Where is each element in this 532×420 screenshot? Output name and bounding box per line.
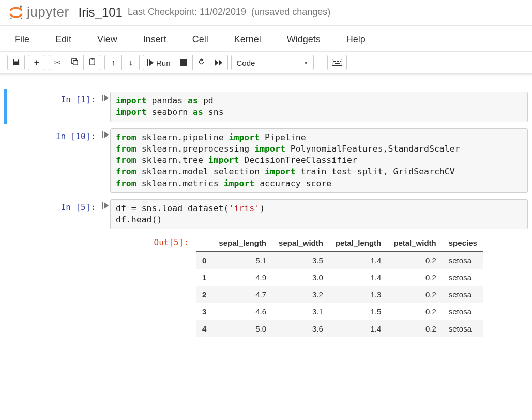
menubar: FileEditViewInsertCellKernelWidgetsHelp bbox=[0, 26, 532, 52]
table-cell: setosa bbox=[443, 286, 483, 303]
code-cell[interactable]: In [5]:df = sns.load_dataset('iris') df.… bbox=[4, 197, 528, 340]
svg-rect-14 bbox=[335, 61, 336, 62]
arrow-down-icon: ↓ bbox=[129, 58, 133, 67]
restart-and-run-all-button[interactable] bbox=[210, 55, 228, 70]
table-cell: 0.2 bbox=[387, 252, 443, 269]
run-icon bbox=[147, 58, 154, 67]
cut-cell-button[interactable]: ✂ bbox=[49, 55, 66, 70]
table-cell: 0.2 bbox=[387, 286, 443, 303]
svg-rect-19 bbox=[102, 95, 103, 101]
insert-cell-below-button[interactable]: + bbox=[28, 55, 45, 70]
table-cell: 4.9 bbox=[212, 269, 272, 286]
run-icon bbox=[102, 131, 109, 193]
row-index: 3 bbox=[196, 303, 212, 320]
input-area[interactable]: df = sns.load_dataset('iris') df.head() bbox=[110, 199, 528, 230]
input-prompt: In [1]: bbox=[7, 92, 100, 122]
code-editor[interactable]: df = sns.load_dataset('iris') df.head() bbox=[116, 203, 522, 226]
restart-kernel-button[interactable] bbox=[193, 55, 210, 70]
table-cell: 3.1 bbox=[272, 303, 329, 320]
cell-type-select-wrap: Code ▼ bbox=[231, 55, 314, 70]
table-cell: 1.4 bbox=[329, 269, 387, 286]
input-area[interactable]: from sklearn.pipeline import Pipeline fr… bbox=[110, 128, 528, 193]
table-cell: 3.6 bbox=[272, 320, 329, 337]
table-cell: 0.2 bbox=[387, 320, 443, 337]
paste-icon bbox=[88, 58, 96, 67]
table-cell: setosa bbox=[443, 269, 483, 286]
keyboard-icon bbox=[332, 58, 342, 67]
dataframe-table: sepal_lengthsepal_widthpetal_lengthpetal… bbox=[196, 234, 483, 337]
run-this-cell-button[interactable] bbox=[100, 128, 110, 193]
row-index: 1 bbox=[196, 269, 212, 286]
svg-point-0 bbox=[20, 5, 22, 8]
menu-insert[interactable]: Insert bbox=[139, 31, 171, 48]
table-header: petal_width bbox=[387, 234, 443, 252]
menu-view[interactable]: View bbox=[93, 31, 121, 48]
table-cell: 4.6 bbox=[212, 303, 272, 320]
fast-forward-icon bbox=[215, 58, 223, 67]
code-editor[interactable]: from sklearn.pipeline import Pipeline fr… bbox=[116, 132, 522, 189]
output-area: sepal_lengthsepal_widthpetal_lengthpetal… bbox=[193, 234, 528, 337]
move-cell-down-button[interactable]: ↓ bbox=[122, 55, 140, 70]
table-header bbox=[196, 234, 212, 252]
input-area[interactable]: import pandas as pd import seaborn as sn… bbox=[110, 92, 528, 122]
svg-rect-13 bbox=[333, 61, 335, 62]
table-cell: 1.5 bbox=[329, 303, 387, 320]
table-cell: setosa bbox=[443, 252, 483, 269]
checkpoint-text: Last Checkpoint: 11/02/2019 bbox=[128, 7, 246, 18]
table-row: 34.63.11.50.2setosa bbox=[196, 303, 483, 320]
run-icon bbox=[102, 95, 109, 122]
menu-cell[interactable]: Cell bbox=[188, 31, 212, 48]
svg-rect-17 bbox=[340, 61, 341, 62]
svg-rect-23 bbox=[102, 202, 103, 209]
interrupt-kernel-button[interactable] bbox=[175, 55, 193, 70]
svg-rect-15 bbox=[337, 61, 338, 62]
menu-edit[interactable]: Edit bbox=[51, 31, 75, 48]
save-button[interactable] bbox=[7, 55, 25, 70]
jupyter-logo[interactable]: jupyter bbox=[8, 4, 69, 20]
copy-icon bbox=[71, 58, 79, 67]
table-cell: 1.3 bbox=[329, 286, 387, 303]
menu-file[interactable]: File bbox=[10, 31, 34, 48]
svg-point-1 bbox=[10, 17, 12, 19]
table-cell: setosa bbox=[443, 303, 483, 320]
svg-rect-9 bbox=[180, 59, 187, 66]
jupyter-logo-icon bbox=[8, 5, 24, 20]
paste-cell-button[interactable] bbox=[84, 55, 101, 70]
menu-kernel[interactable]: Kernel bbox=[230, 31, 265, 48]
command-palette-button[interactable] bbox=[327, 55, 347, 70]
move-cell-up-button[interactable]: ↑ bbox=[104, 55, 122, 70]
run-this-cell-button[interactable] bbox=[100, 92, 110, 122]
notebook-name[interactable]: Iris_101 bbox=[79, 5, 123, 20]
toolbar: + ✂ ↑ ↓ Run bbox=[0, 52, 532, 74]
code-editor[interactable]: import pandas as pd import seaborn as sn… bbox=[116, 95, 522, 118]
table-cell: 1.4 bbox=[329, 320, 387, 337]
svg-marker-24 bbox=[104, 202, 109, 209]
copy-cell-button[interactable] bbox=[66, 55, 84, 70]
svg-rect-16 bbox=[338, 61, 339, 62]
run-cell-button[interactable]: Run bbox=[143, 55, 175, 70]
table-cell: 0.2 bbox=[387, 303, 443, 320]
svg-rect-18 bbox=[335, 63, 340, 64]
table-cell: 5.0 bbox=[212, 320, 272, 337]
code-cell[interactable]: In [1]:import pandas as pd import seabor… bbox=[4, 89, 528, 124]
svg-point-2 bbox=[21, 17, 22, 19]
code-cell[interactable]: In [10]:from sklearn.pipeline import Pip… bbox=[4, 126, 528, 195]
svg-marker-10 bbox=[215, 59, 219, 65]
row-index: 2 bbox=[196, 286, 212, 303]
input-prompt: In [10]: bbox=[7, 128, 100, 193]
table-row: 45.03.61.40.2setosa bbox=[196, 320, 483, 337]
svg-marker-8 bbox=[149, 59, 154, 66]
run-this-cell-button[interactable] bbox=[100, 199, 110, 338]
cell-type-select[interactable]: Code bbox=[231, 55, 314, 70]
input-prompt: In [5]: bbox=[7, 199, 100, 338]
table-row: 24.73.21.30.2setosa bbox=[196, 286, 483, 303]
arrow-up-icon: ↑ bbox=[111, 58, 115, 67]
menu-help[interactable]: Help bbox=[342, 31, 370, 48]
table-cell: setosa bbox=[443, 320, 483, 337]
save-icon bbox=[12, 58, 20, 67]
restart-icon bbox=[197, 58, 205, 67]
table-header: sepal_length bbox=[212, 234, 272, 252]
menu-widgets[interactable]: Widgets bbox=[283, 31, 325, 48]
table-header: petal_length bbox=[329, 234, 387, 252]
table-cell: 5.1 bbox=[212, 252, 272, 269]
